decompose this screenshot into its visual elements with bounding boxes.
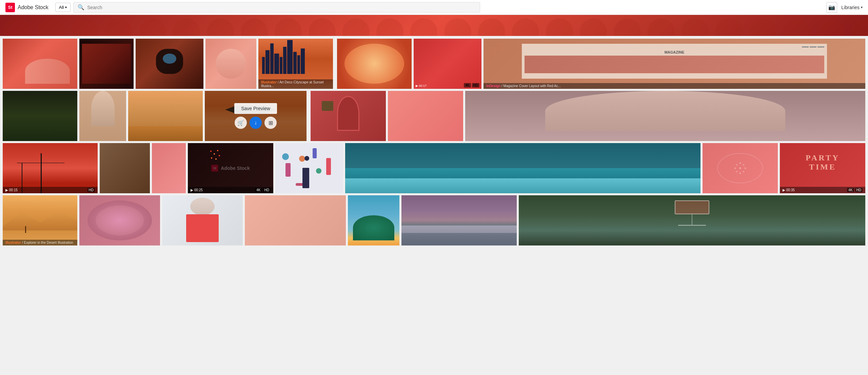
tile-tropical[interactable] bbox=[348, 195, 399, 245]
tile-shapes[interactable] bbox=[275, 143, 343, 193]
tile-airplane[interactable]: Save Preview 🛒 ↓ ⊞ bbox=[205, 91, 307, 141]
camera-search-button[interactable]: 📷 bbox=[826, 2, 837, 13]
libraries-button[interactable]: Libraries ▾ bbox=[841, 5, 863, 10]
libraries-label: Libraries bbox=[841, 5, 860, 10]
tile-roses[interactable] bbox=[79, 195, 160, 245]
tile-city[interactable]: Illustrator / Art Deco Cityscape at Suns… bbox=[258, 39, 333, 89]
logo-area: St Adobe Stock bbox=[5, 3, 48, 12]
tile-pink-wall[interactable] bbox=[388, 91, 463, 141]
tile-anemone[interactable] bbox=[337, 39, 412, 89]
gallery-container: Illustrator / Art Deco Cityscape at Suns… bbox=[0, 36, 868, 250]
search-icon: 🔍 bbox=[78, 4, 84, 11]
adobe-stock-icon: St bbox=[5, 3, 15, 12]
tile-lion[interactable] bbox=[79, 39, 134, 89]
filter-label: All bbox=[59, 5, 64, 10]
tile-cave[interactable] bbox=[136, 39, 203, 89]
add-to-cart-button[interactable]: 🛒 bbox=[235, 117, 247, 129]
libraries-chevron-icon: ▾ bbox=[861, 5, 863, 9]
tile-woman[interactable] bbox=[79, 91, 126, 141]
download-icon: ↓ bbox=[254, 120, 257, 126]
tile-pink-cloth[interactable] bbox=[152, 143, 186, 193]
search-bar: 🔍 bbox=[73, 2, 480, 13]
gallery-row-3: illustrator / Explorer in the Desert Ill… bbox=[3, 195, 865, 245]
tile-desert[interactable] bbox=[128, 91, 203, 141]
tile-trees[interactable] bbox=[3, 91, 77, 141]
tile-party[interactable]: PARTYTIME ▶ 00:35 4K HD bbox=[780, 143, 865, 193]
header-right: 📷 Libraries ▾ bbox=[826, 2, 863, 13]
tile-sand-dunes[interactable]: illustrator / Explorer in the Desert Ill… bbox=[3, 195, 77, 245]
filter-chevron-icon: ▾ bbox=[65, 5, 67, 9]
tile-salt[interactable] bbox=[245, 195, 346, 245]
grid-icon: ⊞ bbox=[269, 120, 273, 126]
search-input[interactable] bbox=[87, 5, 476, 10]
tile-fluid[interactable]: ▶ 00:17 4K HD bbox=[414, 39, 481, 89]
tile-flower[interactable] bbox=[205, 39, 256, 89]
tile-forest-path[interactable] bbox=[345, 143, 701, 193]
gallery-row-2: ▶ 00:15 HD St Adobe Stock ▶ 00:2 bbox=[3, 143, 865, 193]
save-to-library-button[interactable]: ↓ bbox=[250, 117, 262, 129]
tile-man[interactable] bbox=[162, 195, 243, 245]
tile-glass[interactable] bbox=[519, 195, 865, 245]
tile-fireworks[interactable]: St Adobe Stock ▶ 00:25 4K HD bbox=[188, 143, 273, 193]
tile-flamingo[interactable] bbox=[3, 39, 77, 89]
gallery-row-0: Illustrator / Art Deco Cityscape at Suns… bbox=[3, 39, 865, 89]
tile-bark[interactable] bbox=[100, 143, 150, 193]
filter-dropdown[interactable]: All ▾ bbox=[55, 3, 71, 12]
cart-icon: 🛒 bbox=[237, 120, 244, 126]
similar-search-button[interactable]: ⊞ bbox=[264, 117, 277, 129]
tile-dandelion[interactable] bbox=[703, 143, 778, 193]
gallery-row-1: Save Preview 🛒 ↓ ⊞ bbox=[3, 91, 865, 141]
tile-blond[interactable] bbox=[465, 91, 865, 141]
save-preview-button[interactable]: Save Preview bbox=[234, 103, 277, 114]
tile-lake[interactable] bbox=[401, 195, 517, 245]
camera-icon: 📷 bbox=[828, 4, 835, 11]
tile-magazine[interactable]: MAGAZINE InDesign / Magazine Cover Layou… bbox=[484, 39, 865, 89]
logo-text: Adobe Stock bbox=[18, 4, 48, 11]
tile-overlay-active: Save Preview 🛒 ↓ ⊞ bbox=[205, 91, 307, 141]
tile-sunset-tower[interactable]: ▶ 00:15 HD bbox=[3, 143, 98, 193]
tile-actions: 🛒 ↓ ⊞ bbox=[235, 117, 277, 129]
hero-banner bbox=[0, 15, 868, 36]
tile-arch[interactable] bbox=[311, 91, 386, 141]
header: St Adobe Stock All ▾ 🔍 📷 Libraries ▾ bbox=[0, 0, 868, 15]
